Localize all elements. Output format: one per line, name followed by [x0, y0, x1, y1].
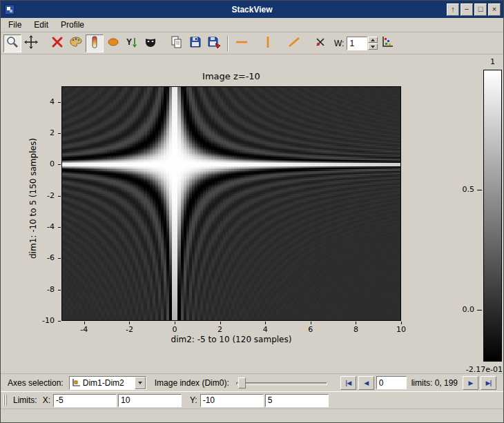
y-tick-mark [58, 290, 61, 291]
menu-edit[interactable]: Edit [28, 19, 55, 31]
clear-profile-button[interactable] [311, 35, 329, 52]
menu-file[interactable]: File [2, 19, 28, 31]
axes-selection-value: Dim1-Dim2 [81, 378, 135, 388]
maximize-button[interactable]: □ [474, 3, 487, 16]
profile-width-input[interactable] [347, 37, 367, 50]
y-tick-label: -6 [30, 253, 55, 262]
colormap-button[interactable] [86, 35, 104, 52]
x-tick-mark [175, 322, 175, 324]
limits-label: Limits: [13, 395, 37, 405]
app-icon [4, 4, 15, 15]
image-axes [61, 86, 401, 321]
y-tick-label: -10 [30, 316, 55, 325]
profile-window-button[interactable] [378, 35, 396, 52]
y-tick-mark [58, 102, 61, 103]
orange-ellipse-icon [106, 35, 120, 51]
clear-button[interactable] [48, 35, 66, 52]
plot-title: Image z=-10 [61, 71, 401, 81]
x-tick-mark [129, 322, 130, 324]
x-tick-mark [356, 322, 356, 324]
save-button[interactable] [186, 35, 204, 52]
image-index-label: Image index (Dim0): [155, 378, 229, 388]
y-tick-label: 0 [30, 159, 55, 168]
y-tick-label: 4 [30, 97, 55, 106]
y-tick-label: -4 [30, 222, 55, 231]
colorbar-max-label: 1 [483, 57, 502, 66]
x-tick-label: 4 [263, 325, 268, 334]
y-tick-mark [58, 258, 61, 259]
y-tick-mark [58, 321, 61, 322]
y-tick-label: -8 [30, 285, 55, 294]
close-button[interactable]: × [488, 3, 501, 16]
y-tick-mark [58, 227, 61, 228]
floppy-icon [188, 35, 202, 51]
colorbar-tick-label: 0.5 [420, 185, 474, 194]
axes-selection-label: Axes selection: [8, 378, 64, 388]
frame-navigation: |◀ ◀ limits: 0, 199 ▶ ▶| [340, 376, 496, 390]
status-bar [1, 409, 503, 423]
window-title: StackView [1, 5, 503, 14]
zoom-icon [6, 35, 19, 51]
last-frame-button[interactable]: ▶| [481, 376, 496, 390]
copy-button[interactable] [168, 35, 186, 52]
first-frame-button[interactable]: |◀ [340, 376, 356, 390]
axes-selection-combo[interactable]: Dim1-Dim2 [69, 376, 146, 390]
x-tick-label: 10 [396, 325, 406, 334]
slider-handle[interactable] [238, 377, 246, 388]
limits-x-max-input[interactable] [118, 394, 182, 407]
vertical-line-icon [261, 35, 275, 51]
copy-icon [170, 35, 184, 51]
toolbar-grip[interactable] [3, 395, 8, 406]
down-arrow-icon [371, 46, 375, 48]
frame-index-input[interactable] [376, 376, 407, 389]
x-axis-label: dim2: -5 to 10 (120 samples) [61, 335, 401, 344]
limits-x-min-input[interactable] [53, 394, 117, 407]
next-frame-button[interactable]: ▶ [463, 376, 478, 390]
previous-frame-button[interactable]: ◀ [358, 376, 374, 390]
up-arrow-icon [371, 39, 375, 41]
spin-up-button[interactable] [368, 37, 378, 43]
limits-y-max-input[interactable] [265, 394, 329, 407]
combo-dropdown-button[interactable] [135, 377, 146, 389]
toolbar: Y W: [1, 32, 503, 55]
spin-down-button[interactable] [368, 43, 378, 50]
palette-button[interactable] [67, 35, 85, 52]
x-tick-mark [84, 322, 85, 324]
horizontal-line-icon [235, 35, 249, 51]
free-line-profile-button[interactable] [285, 35, 303, 52]
mask-tools-button[interactable] [142, 35, 159, 52]
shade-button[interactable]: ↑ [447, 3, 459, 16]
snapshot-button[interactable] [205, 35, 223, 52]
slider-track[interactable] [236, 382, 327, 385]
limits-toolbar: Limits: X: Y: [1, 391, 503, 409]
colorbar-tick-mark [477, 190, 482, 190]
colorbar-tick-label: 0.0 [420, 305, 474, 314]
colorbar-tick-mark [477, 310, 482, 311]
red-x-icon [50, 35, 64, 51]
x-tick-label: 2 [217, 325, 222, 334]
x-tick-mark [265, 322, 266, 324]
y-tick-mark [58, 133, 61, 134]
floppy-export-icon [207, 35, 221, 51]
limits-y-min-input[interactable] [200, 394, 264, 407]
svg-text:Y: Y [126, 37, 132, 47]
palette-icon [69, 35, 83, 51]
stackview-window: StackView ↑ − □ × File Edit Profile [0, 0, 504, 423]
image-index-slider[interactable] [236, 376, 327, 390]
x-tick-label: -4 [80, 325, 88, 334]
menu-profile[interactable]: Profile [55, 19, 90, 31]
invert-y-axis-button[interactable]: Y [123, 35, 141, 52]
colorbar[interactable] [483, 70, 502, 362]
ellipse-roi-button[interactable] [104, 35, 122, 52]
dropdown-arrow-icon [138, 382, 142, 384]
titlebar[interactable]: StackView ↑ − □ × [1, 1, 503, 18]
minimize-button[interactable]: − [461, 3, 473, 16]
pan-icon [24, 35, 38, 51]
pan-button[interactable] [22, 35, 40, 52]
x-tick-mark [401, 322, 402, 324]
x-tick-mark [220, 322, 221, 324]
vertical-profile-button[interactable] [259, 35, 277, 52]
zoom-button[interactable] [3, 35, 21, 52]
horizontal-profile-button[interactable] [233, 35, 251, 52]
heatmap-image[interactable] [62, 87, 400, 320]
